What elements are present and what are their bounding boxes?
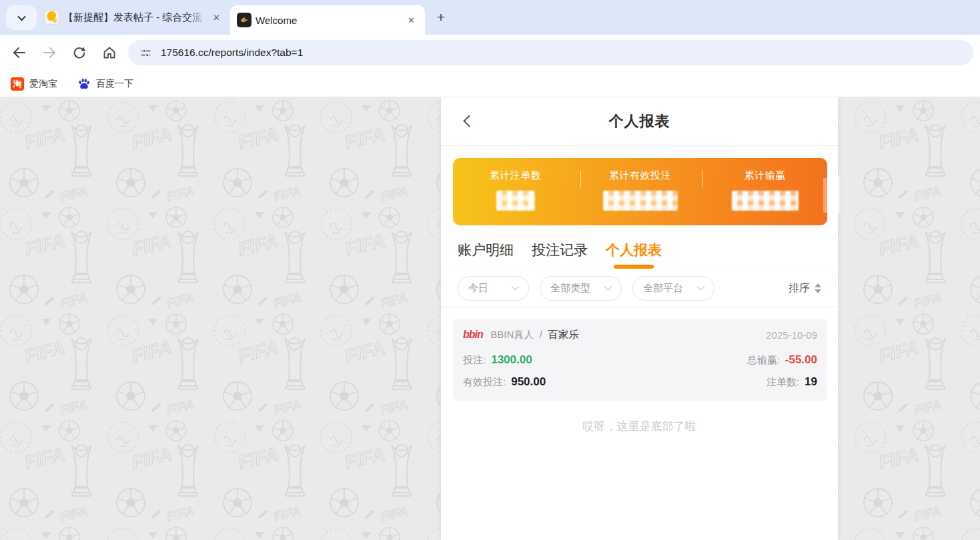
report-record-card[interactable]: bbin BBIN真人 / 百家乐 2025-10-09 投注:1300.00 … bbox=[453, 319, 827, 401]
filter-label: 全部平台 bbox=[643, 282, 683, 295]
reload-button[interactable] bbox=[68, 41, 91, 64]
stat-label: 累计有效投注 bbox=[578, 169, 702, 182]
back-icon bbox=[11, 45, 27, 61]
close-icon[interactable]: ✕ bbox=[209, 11, 223, 24]
tab-title: Welcome bbox=[256, 15, 400, 26]
count-value: 19 bbox=[805, 375, 817, 388]
site-settings-icon[interactable] bbox=[139, 46, 153, 60]
stats-summary-card: 累计注单数 累计有效投注 累计输赢 bbox=[453, 158, 827, 225]
winloss-value: -55.00 bbox=[785, 353, 817, 366]
stat-winloss: 累计输赢 bbox=[702, 158, 827, 225]
active-tab-underline bbox=[614, 265, 654, 269]
filter-type-dropdown[interactable]: 全部类型 bbox=[540, 276, 622, 301]
new-tab-button[interactable]: + bbox=[432, 8, 450, 27]
forum-favicon-icon bbox=[45, 10, 59, 25]
tab-personal-report[interactable]: 个人报表 bbox=[606, 241, 662, 269]
chevron-down-icon bbox=[604, 283, 612, 290]
page-viewport: FIFA FIFA bbox=[0, 97, 980, 540]
report-panel: 个人报表 累计注单数 累计有效投注 累计输赢 bbox=[441, 97, 838, 540]
back-chevron-icon[interactable] bbox=[463, 115, 475, 127]
report-tabs: 账户明细 投注记录 个人报表 bbox=[441, 225, 838, 269]
reload-icon bbox=[71, 45, 87, 61]
tab-label: 投注记录 bbox=[532, 241, 588, 259]
bet-label: 投注: bbox=[463, 354, 486, 365]
record-date: 2025-10-09 bbox=[766, 329, 817, 341]
stat-label: 累计注单数 bbox=[453, 169, 578, 182]
browser-tab-forum[interactable]: 【新提醒】发表帖子 - 综合交流 ✕ bbox=[38, 4, 230, 31]
bookmark-baidu[interactable]: 百度一下 bbox=[77, 77, 133, 91]
browser-tab-welcome[interactable]: Welcome ✕ bbox=[230, 5, 425, 35]
game-name: 百家乐 bbox=[548, 329, 579, 340]
welcome-favicon-icon bbox=[237, 13, 252, 27]
filter-date-dropdown[interactable]: 今日 bbox=[458, 276, 529, 301]
stat-label: 累计输赢 bbox=[702, 169, 827, 182]
report-header: 个人报表 bbox=[441, 97, 838, 146]
address-bar[interactable]: 175616.cc/reports/index?tab=1 bbox=[128, 40, 973, 65]
valid-bet-label: 有效投注: bbox=[463, 376, 506, 387]
end-of-list-text: 哎呀，这里是底部了啦 bbox=[441, 419, 838, 434]
masked-value bbox=[496, 191, 535, 211]
bet-value: 1300.00 bbox=[491, 353, 532, 366]
sort-label: 排序 bbox=[789, 281, 810, 295]
browser-window: 【新提醒】发表帖子 - 综合交流 ✕ Welcome ✕ + bbox=[0, 0, 980, 540]
browser-toolbar: 175616.cc/reports/index?tab=1 bbox=[0, 35, 980, 71]
sort-button[interactable]: 排序 bbox=[789, 281, 821, 295]
bookmark-taobao[interactable]: 淘 爱淘宝 bbox=[11, 77, 57, 91]
chevron-down-icon bbox=[697, 283, 704, 290]
filters-row: 今日 全部类型 全部平台 排序 bbox=[441, 269, 838, 307]
sort-arrows-icon bbox=[815, 283, 821, 293]
tab-label: 账户明细 bbox=[458, 241, 514, 259]
valid-bet-value: 950.00 bbox=[511, 375, 546, 388]
stat-total-bets: 累计注单数 bbox=[453, 158, 578, 225]
chevron-down-icon bbox=[512, 283, 519, 290]
tab-search-button[interactable] bbox=[6, 5, 37, 30]
mask-edge-block bbox=[828, 176, 839, 214]
home-icon bbox=[101, 45, 117, 61]
tab-strip: 【新提醒】发表帖子 - 综合交流 ✕ Welcome ✕ + bbox=[0, 0, 980, 35]
bookmark-label: 百度一下 bbox=[96, 78, 133, 90]
baidu-paw-icon bbox=[77, 77, 91, 91]
url-text[interactable]: 175616.cc/reports/index?tab=1 bbox=[161, 47, 303, 59]
home-button[interactable] bbox=[98, 41, 121, 64]
tab-account-detail[interactable]: 账户明细 bbox=[458, 241, 514, 269]
close-icon[interactable]: ✕ bbox=[404, 14, 418, 27]
tab-title: 【新提醒】发表帖子 - 综合交流 bbox=[63, 11, 205, 24]
forward-button[interactable] bbox=[38, 41, 61, 64]
count-label: 注单数: bbox=[767, 376, 799, 387]
winloss-label: 总输赢: bbox=[747, 354, 780, 365]
provider-name: BBIN真人 bbox=[490, 329, 534, 340]
back-button[interactable] bbox=[8, 41, 31, 64]
report-list: bbin BBIN真人 / 百家乐 2025-10-09 投注:1300.00 … bbox=[441, 307, 838, 540]
masked-value bbox=[603, 191, 678, 211]
bookmark-label: 爱淘宝 bbox=[29, 78, 57, 90]
separator: / bbox=[540, 329, 542, 340]
stat-valid-bets: 累计有效投注 bbox=[578, 158, 702, 225]
page-title: 个人报表 bbox=[609, 111, 670, 131]
masked-value bbox=[732, 191, 799, 211]
taobao-icon: 淘 bbox=[11, 77, 24, 91]
tab-label: 个人报表 bbox=[606, 241, 662, 259]
filter-platform-dropdown[interactable]: 全部平台 bbox=[632, 276, 714, 301]
forward-icon bbox=[41, 45, 57, 61]
bbin-logo-icon: bbin bbox=[463, 329, 483, 340]
filter-label: 今日 bbox=[468, 282, 488, 295]
chevron-down-icon bbox=[17, 13, 26, 21]
filter-label: 全部类型 bbox=[550, 282, 590, 295]
tab-bet-records[interactable]: 投注记录 bbox=[532, 241, 588, 269]
bookmarks-bar: 淘 爱淘宝 百度一下 bbox=[0, 71, 980, 97]
